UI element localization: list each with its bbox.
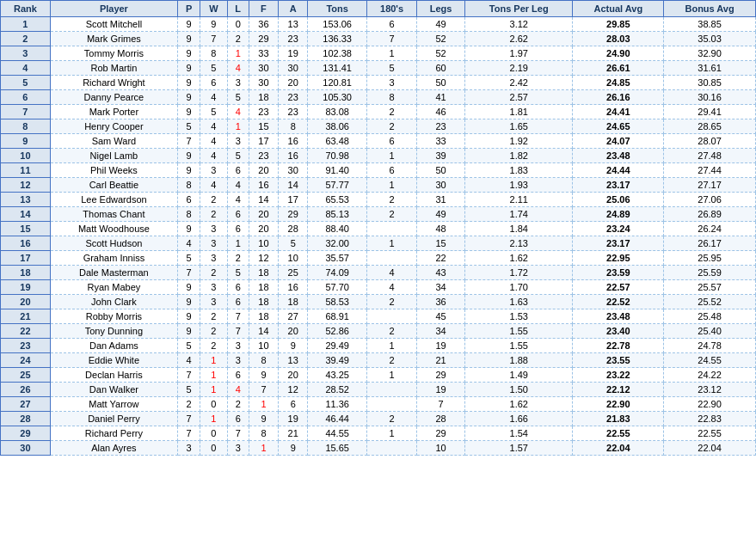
table-cell: 23.48 [573,309,664,324]
table-cell: 14 [279,178,308,193]
table-cell: Eddie White [50,353,177,368]
table-cell: 22 [417,251,465,266]
table-cell: 24.55 [664,353,756,368]
table-cell: 4 [200,119,227,134]
table-cell: 22.52 [573,295,664,309]
table-cell: 22.12 [573,383,664,397]
table-cell: 5 [227,149,249,163]
table-cell: 9 [1,134,51,149]
table-cell: 22.95 [573,251,664,266]
table-cell: Dale Masterman [50,266,177,280]
table-cell: 17 [1,251,51,266]
table-row: 25Declan Harris71692043.251291.4923.2224… [1,368,756,383]
table-row: 22Tony Dunning927142052.862341.5523.4025… [1,324,756,339]
table-cell: 1 [200,368,227,383]
table-cell: 5 [200,105,227,119]
table-cell: 2 [200,309,227,324]
table-cell: 0 [200,441,227,456]
table-cell: 10 [249,339,278,353]
table-cell: 29.49 [308,339,367,353]
table-cell: 9 [279,441,308,456]
table-cell: 3 [200,280,227,295]
table-cell: 21 [279,426,308,441]
table-cell: 6 [227,207,249,222]
table-cell: 22.90 [664,397,756,412]
table-cell: 153.06 [308,17,367,32]
table-cell: Mark Grimes [50,32,177,46]
table-cell: 83.08 [308,105,367,119]
table-cell: 7 [227,309,249,324]
column-header-l: L [227,1,249,17]
table-cell: 35.57 [308,251,367,266]
table-cell [367,309,417,324]
table-cell: 49 [417,207,465,222]
table-cell: 9 [177,17,200,32]
table-cell: 23 [249,105,278,119]
table-cell: 29 [417,368,465,383]
table-cell: 8 [177,207,200,222]
table-cell: 10 [249,236,278,251]
table-cell: 15 [249,119,278,134]
table-cell: 26.17 [664,236,756,251]
table-cell: 9 [177,149,200,163]
table-cell: 30 [417,178,465,193]
table-row: 9Sam Ward743171663.486331.9224.0728.07 [1,134,756,149]
table-cell: 1.63 [465,295,573,309]
table-cell: 1.84 [465,222,573,236]
table-cell: 23 [417,119,465,134]
table-cell: 7 [249,383,278,397]
table-cell: 25 [1,368,51,383]
table-cell: 21 [1,309,51,324]
table-cell: 23.17 [573,236,664,251]
table-cell: 34 [417,280,465,295]
table-cell: 131.41 [308,61,367,76]
table-row: 16Scott Hudson43110532.001152.1323.1726.… [1,236,756,251]
table-cell: 1 [367,368,417,383]
table-cell: 9 [177,46,200,61]
table-row: 7Mark Porter954232383.082461.8124.4129.4… [1,105,756,119]
table-cell: 28.65 [664,119,756,134]
table-cell: 2 [177,397,200,412]
table-cell: Graham Inniss [50,251,177,266]
table-cell [367,397,417,412]
table-cell: 91.40 [308,163,367,178]
column-header-p: P [177,1,200,17]
table-cell: 3 [227,76,249,90]
table-cell: 25.59 [664,266,756,280]
table-cell: 22.04 [664,441,756,456]
table-cell: 24.07 [573,134,664,149]
table-cell: 33 [417,134,465,149]
table-cell: 1 [1,17,51,32]
table-cell: 5 [1,76,51,90]
table-cell: 26.24 [664,222,756,236]
table-cell: 5 [177,251,200,266]
table-cell: 5 [227,90,249,105]
table-cell: 12 [279,383,308,397]
table-cell: 24.78 [664,339,756,353]
table-cell: 28 [417,412,465,426]
table-cell: 30.16 [664,90,756,105]
table-cell: 18 [249,266,278,280]
table-cell: 57.70 [308,280,367,295]
table-cell: 30.85 [664,76,756,90]
table-cell [367,251,417,266]
table-cell: 26.61 [573,61,664,76]
table-cell: 7 [367,32,417,46]
table-cell: 5 [367,61,417,76]
table-cell: 24.44 [573,163,664,178]
table-cell: 49 [417,17,465,32]
column-header-180's: 180's [367,1,417,17]
table-cell: Thomas Chant [50,207,177,222]
table-cell: 25.57 [664,280,756,295]
column-header-rank: Rank [1,1,51,17]
table-cell: 6 [227,222,249,236]
table-cell: 17 [279,193,308,207]
table-cell: 24.90 [573,46,664,61]
table-cell: 70.98 [308,149,367,163]
table-cell: 36 [417,295,465,309]
table-cell: Tony Dunning [50,324,177,339]
table-row: 29Richard Perry70782144.551291.5422.5522… [1,426,756,441]
table-cell: 19 [279,46,308,61]
table-cell: 45 [417,309,465,324]
table-cell: 23.59 [573,266,664,280]
